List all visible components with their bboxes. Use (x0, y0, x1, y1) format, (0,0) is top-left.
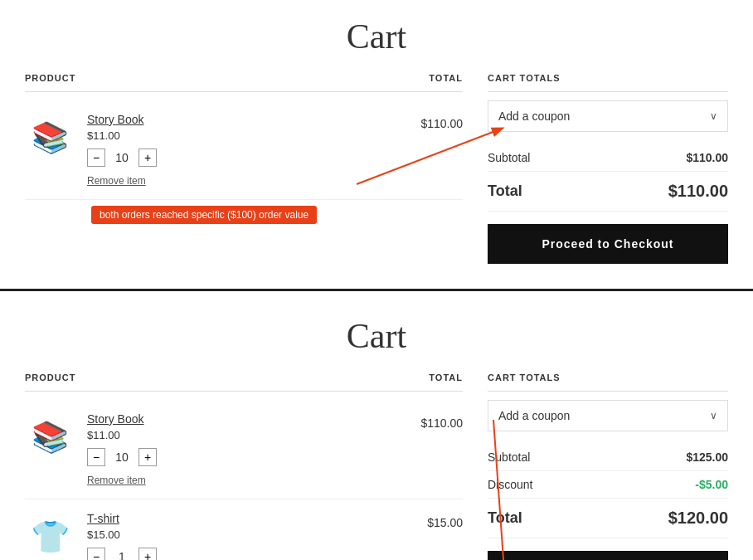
subtotal-value-2: $125.00 (686, 450, 728, 464)
coupon-label-2: Add a coupon (498, 409, 570, 422)
chevron-down-icon-2: ∨ (710, 410, 717, 421)
cart-totals-header-2: CART TOTALS (488, 373, 728, 392)
checkout-button[interactable]: Proceed to Checkout (488, 224, 728, 264)
coupon-dropdown[interactable]: Add a coupon ∨ (488, 100, 728, 132)
subtotal-label-2: Subtotal (488, 450, 530, 464)
cart2-title: Cart (25, 316, 728, 356)
qty-value: 10 (114, 151, 130, 164)
discount-label: Discount (488, 478, 532, 491)
tshirt-price: $15.00 (87, 528, 380, 541)
product2-price: $11.00 (87, 429, 380, 441)
subtotal-value: $110.00 (686, 151, 728, 164)
product2-thumbnail: 📚 (25, 412, 75, 462)
product1-row-total: $110.00 (380, 113, 463, 130)
coupon-label: Add a coupon (498, 110, 570, 123)
product-col-header: PRODUCT (25, 73, 380, 83)
product1-name[interactable]: Story Book (87, 113, 380, 126)
discount-value: -$5.00 (695, 478, 728, 491)
chevron-down-icon: ∨ (710, 110, 717, 122)
subtotal-label: Subtotal (488, 151, 530, 164)
cart-totals-header: CART TOTALS (488, 73, 728, 92)
tshirt-thumbnail: 👕 (25, 512, 75, 560)
product1-price: $11.00 (87, 129, 380, 142)
qty-increase-btn[interactable]: + (138, 149, 157, 167)
product2-name[interactable]: Story Book (87, 412, 380, 426)
remove-item-link-2[interactable]: Remove item (87, 475, 146, 486)
total-value: $110.00 (668, 182, 728, 201)
qty3-value: 1 (114, 550, 130, 560)
qty-decrease-btn[interactable]: − (87, 149, 105, 167)
qty2-value: 10 (114, 450, 130, 464)
coupon-dropdown-2[interactable]: Add a coupon ∨ (488, 400, 728, 431)
tshirt-row-total: $15.00 (380, 512, 463, 529)
product2-row-total: $110.00 (380, 412, 463, 430)
product1-thumbnail: 📚 (25, 113, 75, 163)
checkout-button-2[interactable]: Proceed Checkout (488, 551, 728, 560)
cart1-title: Cart (25, 17, 728, 56)
tshirt-name[interactable]: T-shirt (87, 512, 380, 525)
annotation-red: both orders reached specific ($100) orde… (91, 206, 317, 224)
qty2-decrease-btn[interactable]: − (87, 448, 105, 466)
total-label-2: Total (488, 509, 522, 527)
qty3-increase-btn[interactable]: + (138, 548, 157, 560)
total-col-header: TOTAL (380, 73, 463, 83)
total-value-2: $120.00 (668, 509, 728, 528)
qty3-decrease-btn[interactable]: − (87, 548, 105, 560)
remove-item-link[interactable]: Remove item (87, 175, 146, 187)
total-col-header-2: TOTAL (380, 373, 463, 382)
total-label: Total (488, 183, 522, 200)
product-col-header-2: PRODUCT (25, 373, 380, 382)
qty2-increase-btn[interactable]: + (138, 448, 157, 466)
